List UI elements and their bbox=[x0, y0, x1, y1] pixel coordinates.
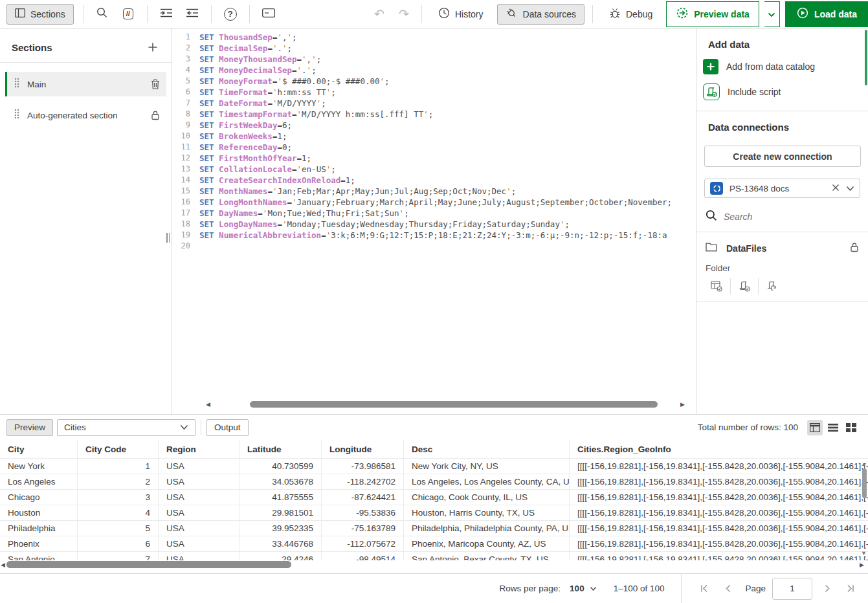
total-rows-label: Total number of rows: 100 bbox=[698, 422, 798, 432]
datafiles-folder-item[interactable]: DataFiles bbox=[706, 239, 859, 258]
code-line[interactable]: 8SET TimestampFormat='M/D/YYYY h:mm:ss[.… bbox=[172, 109, 696, 120]
line-number: 3 bbox=[172, 54, 199, 65]
preview-table-select[interactable]: Cities bbox=[57, 419, 195, 436]
scroll-up-arrow-icon[interactable]: ▲ bbox=[861, 461, 867, 467]
code-line[interactable]: 2SET DecimalSep='.'; bbox=[172, 43, 696, 54]
table-vertical-scrollbar[interactable] bbox=[862, 468, 867, 498]
code-line[interactable]: 11SET ReferenceDay=0; bbox=[172, 142, 696, 153]
chevron-right-icon bbox=[825, 584, 830, 593]
data-sources-button[interactable]: Data sources bbox=[497, 4, 584, 25]
search-input[interactable] bbox=[724, 212, 834, 222]
table-cell: -75.163789 bbox=[322, 521, 404, 536]
drag-handle-icon[interactable] bbox=[14, 78, 19, 91]
table-cell: Philadelphia, Philadelphia County, PA, U… bbox=[404, 521, 570, 536]
right-panel-scrollbar[interactable] bbox=[865, 30, 867, 85]
editor-scrollbar-thumb[interactable] bbox=[250, 401, 658, 408]
code-line[interactable]: 9SET FirstWeekDay=6; bbox=[172, 120, 696, 131]
code-line[interactable]: 4SET MoneyDecimalSep='.'; bbox=[172, 65, 696, 76]
indent-button[interactable] bbox=[157, 5, 176, 24]
code-line[interactable]: 15SET MonthNames='Jan;Feb;Mar;Apr;May;Ju… bbox=[172, 186, 696, 197]
code-line[interactable]: 10SET BrokenWeeks=1; bbox=[172, 131, 696, 142]
load-data-button[interactable]: Load data bbox=[785, 1, 868, 27]
grid-view-button[interactable] bbox=[843, 420, 859, 435]
column-header[interactable]: Desc bbox=[404, 440, 570, 458]
chevron-down-icon[interactable] bbox=[846, 182, 854, 194]
code-line[interactable]: 16SET LongMonthNames='January;February;M… bbox=[172, 197, 696, 208]
note-button[interactable] bbox=[259, 5, 278, 24]
next-page-button[interactable] bbox=[819, 580, 836, 597]
toolbar-divider bbox=[147, 5, 148, 23]
code-line[interactable]: 20 bbox=[172, 241, 696, 252]
editor-horizontal-scrollbar[interactable]: ◀ ▶ bbox=[206, 400, 688, 409]
page-number-input[interactable] bbox=[772, 578, 812, 600]
code-line[interactable]: 3SET MoneyThousandSep=','; bbox=[172, 54, 696, 65]
column-header[interactable]: City Code bbox=[78, 440, 159, 458]
table-horizontal-scrollbar[interactable]: ◀ ▶ bbox=[0, 560, 868, 569]
table-cell: [[[[-156,19.8281],[-156,19.8341],[-155.8… bbox=[570, 490, 868, 505]
connection-search[interactable] bbox=[706, 208, 860, 225]
toolbar-divider bbox=[211, 5, 212, 23]
sections-toggle-button[interactable]: Sections bbox=[6, 4, 74, 25]
redo-button[interactable]: ↷ bbox=[394, 5, 414, 24]
delete-section-button[interactable] bbox=[151, 79, 160, 89]
script-editor[interactable]: 1SET ThousandSep=',';2SET DecimalSep='.'… bbox=[172, 28, 696, 414]
last-page-button[interactable] bbox=[842, 580, 859, 597]
table-scrollbar-thumb[interactable] bbox=[6, 561, 291, 568]
history-button[interactable]: History bbox=[430, 4, 492, 25]
first-page-button[interactable] bbox=[696, 580, 713, 597]
code-line[interactable]: 17SET DayNames='Mon;Tue;Wed;Thu;Fri;Sat;… bbox=[172, 208, 696, 219]
previous-page-button[interactable] bbox=[719, 580, 736, 597]
code-line[interactable]: 18SET LongDayNames='Monday;Tuesday;Wedne… bbox=[172, 219, 696, 230]
debug-button[interactable]: Debug bbox=[601, 4, 661, 25]
output-tab-button[interactable]: Output bbox=[206, 419, 249, 436]
table-cell: 2 bbox=[78, 474, 159, 489]
add-from-catalog-button[interactable]: Add from data catalog bbox=[703, 59, 868, 74]
column-header[interactable]: Region bbox=[159, 440, 239, 458]
insert-script-button[interactable] bbox=[730, 278, 758, 294]
table-cell: 6 bbox=[78, 536, 159, 551]
preview-data-dropdown-button[interactable] bbox=[764, 1, 780, 27]
sidebar-section-item[interactable]: Auto-generated section bbox=[5, 103, 166, 127]
clear-connection-icon[interactable] bbox=[832, 182, 840, 194]
code-line[interactable]: 14SET CreateSearchIndexOnReload=1; bbox=[172, 175, 696, 186]
outdent-button[interactable] bbox=[183, 5, 202, 24]
scroll-right-arrow-icon[interactable]: ▶ bbox=[680, 400, 688, 409]
add-section-button[interactable] bbox=[146, 40, 160, 54]
lock-icon[interactable] bbox=[151, 110, 160, 120]
help-button[interactable]: ? bbox=[221, 5, 240, 24]
code-line[interactable]: 5SET MoneyFormat='$ ###0.00;-$ ###0.00'; bbox=[172, 76, 696, 87]
edit-connection-button[interactable] bbox=[758, 278, 786, 294]
preview-tab-button[interactable]: Preview bbox=[6, 419, 53, 436]
search-button[interactable] bbox=[93, 5, 112, 24]
create-new-connection-button[interactable]: Create new connection bbox=[704, 146, 861, 167]
section-label: Auto-generated section bbox=[27, 111, 143, 120]
code-line[interactable]: 6SET TimeFormat='h:mm:ss TT'; bbox=[172, 87, 696, 98]
code-line[interactable]: 19SET NumericalAbbreviation='3:k;6:M;9:G… bbox=[172, 230, 696, 241]
code-line[interactable]: 13SET CollationLocale='en-US'; bbox=[172, 164, 696, 175]
drag-handle-icon[interactable] bbox=[14, 109, 19, 122]
column-header[interactable]: City bbox=[0, 440, 78, 458]
table-view-button[interactable] bbox=[807, 420, 823, 435]
sidebar-section-item[interactable]: Main bbox=[5, 72, 166, 96]
select-data-button[interactable] bbox=[703, 278, 730, 294]
code-line[interactable]: 1SET ThousandSep=','; bbox=[172, 32, 696, 43]
column-header[interactable]: Longitude bbox=[322, 440, 404, 458]
scroll-right-arrow-icon[interactable]: ▶ bbox=[860, 560, 867, 569]
data-sources-plug-icon bbox=[506, 7, 518, 21]
include-script-button[interactable]: Include script bbox=[703, 83, 868, 100]
code-line[interactable]: 7SET DateFormat='M/D/YYYY'; bbox=[172, 98, 696, 109]
code-line[interactable]: 12SET FirstMonthOfYear=1; bbox=[172, 153, 696, 164]
scroll-down-arrow-icon[interactable]: ▼ bbox=[861, 550, 867, 556]
script-code[interactable]: 1SET ThousandSep=',';2SET DecimalSep='.'… bbox=[172, 28, 696, 252]
undo-button[interactable]: ↶ bbox=[370, 5, 389, 24]
lock-icon bbox=[850, 242, 859, 255]
comment-toggle-button[interactable]: // bbox=[118, 5, 138, 24]
connection-select[interactable]: PS-13648 docs bbox=[704, 179, 860, 198]
column-header[interactable]: Latitude bbox=[239, 440, 322, 458]
list-view-button[interactable] bbox=[825, 420, 841, 435]
column-header[interactable]: Cities.Region_GeoInfo bbox=[570, 440, 868, 458]
scroll-left-arrow-icon[interactable]: ◀ bbox=[206, 400, 214, 409]
rows-per-page-select[interactable]: 100 bbox=[570, 584, 597, 593]
sidebar-splitter-handle[interactable] bbox=[166, 233, 172, 243]
preview-data-button[interactable]: Preview data bbox=[666, 1, 759, 27]
